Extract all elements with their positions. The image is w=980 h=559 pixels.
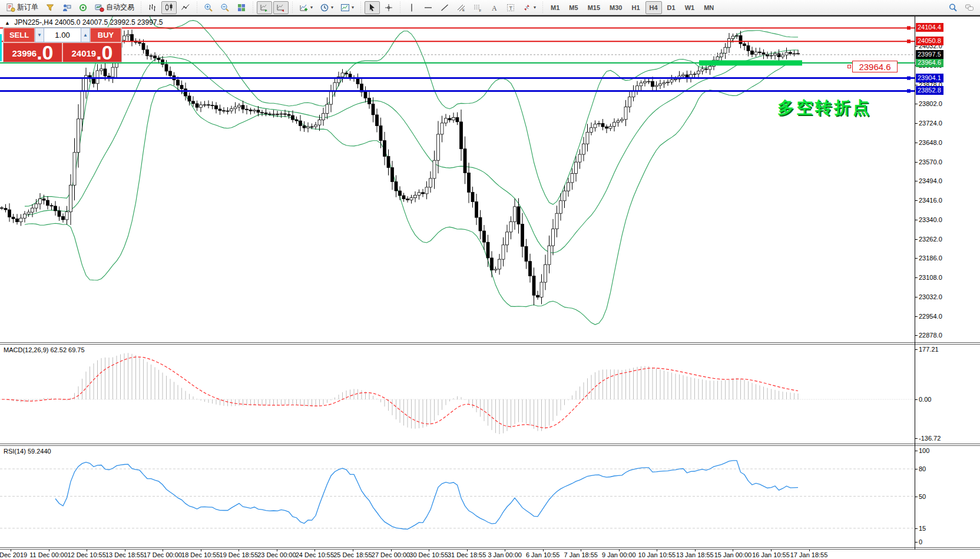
autotrading-button[interactable]: 自动交易	[92, 1, 137, 14]
candle-body	[475, 202, 478, 218]
line-anchor-handle[interactable]	[907, 26, 911, 29]
timeframe-m15-button[interactable]: M15	[584, 1, 604, 14]
timeframe-h4-button[interactable]: H4	[645, 1, 662, 14]
cursor-button[interactable]	[365, 1, 380, 14]
autoscroll-button[interactable]	[257, 1, 272, 14]
cursor-icon	[368, 3, 377, 12]
candle-body	[138, 42, 141, 44]
new-order-button[interactable]: 新订单	[3, 1, 41, 14]
volume-input[interactable]: 1.00	[44, 28, 81, 42]
line-anchor-handle[interactable]	[907, 77, 911, 80]
time-axis[interactable]: 9 Dec 201911 Dec 00:0012 Dec 10:5513 Dec…	[0, 550, 980, 559]
volume-increase-button[interactable]: ▲	[81, 28, 90, 42]
line-chart-button[interactable]	[178, 1, 193, 14]
thick-green-level-bar[interactable]	[699, 60, 802, 65]
time-axis-label: 23 Dec 00:00	[257, 551, 296, 558]
search-icon	[948, 3, 958, 12]
time-axis-label: 31 Dec 18:55	[448, 551, 486, 558]
candle-body	[65, 212, 68, 220]
time-axis-label: 7 Jan 18:55	[564, 551, 598, 558]
line-anchor-handle[interactable]	[907, 39, 911, 43]
templates-button[interactable]: ▾	[337, 1, 357, 14]
candle-body	[399, 191, 402, 196]
candle-body	[62, 217, 65, 220]
bid-price-chip: 23997.5	[916, 50, 943, 59]
indicators-button[interactable]: ▾	[296, 1, 316, 14]
sell-price-display[interactable]: 23996 .0	[4, 43, 62, 62]
candle-body	[395, 181, 398, 191]
chart-shift-button[interactable]	[273, 1, 289, 14]
candlestick-chart-button[interactable]	[161, 1, 177, 14]
trendline-button[interactable]	[437, 1, 452, 14]
timeframe-m30-button[interactable]: M30	[605, 1, 626, 14]
zoom-in-button[interactable]	[201, 1, 216, 14]
candle-body	[762, 53, 765, 55]
chat-button[interactable]	[962, 1, 977, 14]
search-button[interactable]	[945, 1, 961, 14]
chevron-down-icon: ▾	[310, 5, 313, 10]
candle-body	[207, 105, 210, 105]
main-chart-surface[interactable]	[0, 16, 915, 342]
textT-icon: T	[506, 3, 515, 12]
bar-chart-button[interactable]	[145, 1, 160, 14]
pane-divider-macd-rsi[interactable]	[0, 444, 980, 446]
collapse-triangle-icon[interactable]: ▲	[5, 20, 10, 26]
channel-icon: E	[456, 3, 466, 12]
candle-body	[621, 120, 624, 121]
timeframe-mn-button[interactable]: MN	[700, 1, 718, 14]
zoom-out-button[interactable]	[217, 1, 233, 14]
arrows-button[interactable]: ▾	[519, 1, 539, 14]
candle-body	[532, 276, 535, 295]
macd-pane-surface[interactable]	[0, 345, 915, 444]
rsi-pane-surface[interactable]	[0, 446, 915, 547]
candle-body	[537, 295, 539, 297]
fibonacci-button[interactable]: F	[470, 1, 485, 14]
candle-body	[456, 118, 459, 122]
candle-body	[142, 44, 145, 50]
timeframe-d1-button[interactable]: D1	[663, 1, 680, 14]
buy-price-display[interactable]: 24019 .0	[63, 43, 121, 62]
line-anchor-handle[interactable]	[907, 89, 911, 92]
svg-text:T: T	[509, 5, 513, 11]
price-tick-label: 23724.0	[919, 120, 942, 127]
price-level-annotation[interactable]: 23964.6	[852, 61, 898, 72]
timeframe-m1-button[interactable]: M1	[547, 1, 564, 14]
bollinger-band-line	[25, 16, 798, 206]
timeframe-w1-button[interactable]: W1	[681, 1, 699, 14]
annotation-handle[interactable]	[847, 65, 851, 68]
candle-body	[100, 69, 103, 71]
vertical-line-button[interactable]	[404, 1, 419, 14]
timeframe-m5-button[interactable]: M5	[565, 1, 582, 14]
text-label-button[interactable]: T	[503, 1, 518, 14]
text-button[interactable]: A	[486, 1, 502, 14]
candle-body	[674, 79, 677, 80]
periods-button[interactable]: ▾	[317, 1, 336, 14]
candle-body	[284, 114, 287, 114]
horizontal-line-button[interactable]	[421, 1, 436, 14]
toolbar-separator	[251, 2, 255, 14]
volume-decrease-button[interactable]: ▼	[35, 28, 44, 42]
one-click-trade-panel: SELL ▼ 1.00 ▲ BUY 23996 .0 24019 .0	[3, 27, 122, 62]
rsi-tick-label: 80	[919, 465, 926, 472]
candle-body	[192, 101, 195, 104]
zoom-in-icon	[204, 3, 213, 12]
candle-body	[598, 124, 601, 124]
candle-body	[483, 231, 486, 242]
signals-icon-button[interactable]	[75, 1, 91, 14]
tile-windows-button[interactable]	[234, 1, 249, 14]
sell-button[interactable]: SELL	[4, 28, 35, 42]
channel-button[interactable]: E	[453, 1, 469, 14]
pane-divider-main-macd[interactable]	[0, 342, 980, 345]
buy-button[interactable]: BUY	[90, 28, 121, 42]
candle-body	[460, 122, 463, 149]
rsi-line	[55, 461, 798, 530]
candle-body	[441, 123, 443, 134]
mt4-terminal: 新订单自动交易▾▾▾EFAT▾M1M5M15M30H1H4D1W1MN ▲ JP…	[0, 0, 980, 559]
bollinger-band-line	[25, 50, 798, 253]
candle-body	[364, 92, 367, 98]
filter-icon-button[interactable]	[42, 1, 58, 14]
timeframe-h1-button[interactable]: H1	[627, 1, 644, 14]
tester-icon-button[interactable]	[59, 1, 74, 14]
crosshair-button[interactable]	[381, 1, 396, 14]
linechart-icon	[181, 3, 190, 12]
